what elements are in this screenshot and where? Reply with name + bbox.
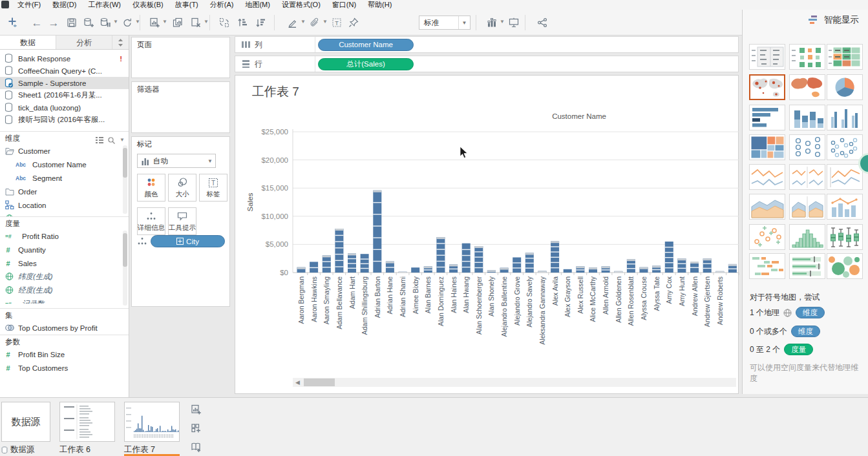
pill-city[interactable]: City: [151, 235, 225, 247]
bar[interactable]: [576, 266, 584, 273]
chevron-down-icon[interactable]: ▼: [207, 158, 213, 164]
bar[interactable]: [703, 258, 712, 273]
bar[interactable]: [551, 241, 559, 273]
bar[interactable]: [462, 244, 471, 273]
bar[interactable]: [614, 271, 622, 273]
bar[interactable]: [525, 253, 534, 273]
menu-item-0[interactable]: 文件(F): [12, 0, 47, 9]
bar[interactable]: [589, 267, 597, 273]
scrollbar[interactable]: [123, 231, 127, 306]
show-me-type-area-continuous[interactable]: [749, 194, 785, 220]
bar[interactable]: [323, 255, 331, 273]
data-source-item[interactable]: CoffeeChain Query+ (C...: [0, 65, 129, 77]
data-source-item[interactable]: 接听与回访 (2016年客服...: [0, 114, 129, 126]
show-me-type-treemap[interactable]: [749, 134, 785, 160]
tab-analytics[interactable]: 分析: [56, 36, 112, 49]
chevron-down-icon[interactable]: ▼: [204, 19, 209, 25]
show-me-type-symbol-map[interactable]: [749, 74, 785, 100]
chevron-down-icon[interactable]: ▼: [301, 19, 306, 25]
field-item[interactable]: #Sales: [0, 256, 129, 270]
bar[interactable]: [640, 267, 648, 273]
marks-button-tooltip[interactable]: 工具提示: [168, 207, 196, 235]
add-data-icon[interactable]: [80, 14, 97, 31]
data-source-item[interactable]: tick_data (luozong): [0, 101, 129, 114]
bar[interactable]: [690, 262, 699, 273]
menu-item-8[interactable]: 窗口(N): [326, 0, 362, 9]
marks-button-detail[interactable]: 详细信息: [137, 207, 165, 235]
presentation-mode-icon[interactable]: [505, 14, 522, 31]
menu-item-3[interactable]: 仪表板(B): [127, 0, 169, 9]
save-icon[interactable]: [63, 14, 80, 31]
show-me-type-side-by-side-bars[interactable]: [827, 105, 863, 130]
tableau-logo[interactable]: [4, 14, 21, 31]
bar[interactable]: [361, 254, 369, 273]
sheet-tab-worksheet-7[interactable]: [124, 402, 180, 442]
marks-button-label[interactable]: T标签: [199, 174, 228, 202]
show-me-type-circle-views[interactable]: [789, 134, 825, 160]
sheet-tab-label[interactable]: 数据源: [1, 444, 35, 455]
show-me-type-dual-combination[interactable]: [827, 194, 863, 220]
sort-ascending-icon[interactable]: [234, 14, 251, 31]
bar[interactable]: [715, 271, 724, 273]
show-me-type-scatter-plot[interactable]: [749, 224, 785, 250]
format-painter-icon[interactable]: [306, 14, 323, 31]
new-worksheet-icon[interactable]: [146, 14, 163, 31]
bar[interactable]: [652, 266, 661, 273]
bar[interactable]: [373, 191, 381, 273]
pane-sort-button[interactable]: [112, 36, 129, 49]
filters-card[interactable]: 筛选器: [131, 81, 230, 133]
columns-shelf[interactable]: 列 Customer Name: [235, 36, 739, 53]
field-item[interactable]: #Top Customers: [0, 361, 129, 375]
chevron-down-icon[interactable]: ▼: [113, 19, 118, 25]
menu-item-9[interactable]: 帮助(H): [362, 0, 397, 9]
sheet-tab-label[interactable]: 工作表 7: [124, 444, 155, 455]
show-mark-labels-icon[interactable]: [483, 14, 500, 31]
expand-plus-icon[interactable]: [176, 238, 184, 245]
menu-item-1[interactable]: 数据(D): [47, 0, 82, 9]
show-me-type-text-table[interactable]: [749, 44, 785, 70]
field-item[interactable]: AbcCustomer Name: [0, 158, 129, 171]
bar[interactable]: [436, 237, 445, 273]
bar[interactable]: [474, 246, 483, 273]
scrollbar-thumb[interactable]: [123, 148, 127, 178]
scrollbar-thumb[interactable]: [304, 378, 335, 386]
sort-descending-icon[interactable]: [252, 14, 269, 31]
show-me-type-lines-discrete[interactable]: [789, 164, 825, 190]
scroll-left-icon[interactable]: ◀: [293, 378, 302, 387]
pill-customer-name[interactable]: Customer Name: [318, 39, 414, 51]
refresh-icon[interactable]: [119, 14, 136, 31]
menu-item-2[interactable]: 工作表(W): [82, 0, 127, 9]
search-icon[interactable]: [108, 137, 115, 144]
marks-button-color[interactable]: 颜色: [137, 174, 165, 202]
new-story-button[interactable]: [186, 438, 206, 455]
field-item[interactable]: #Quantity: [0, 243, 129, 256]
bar[interactable]: [665, 242, 673, 273]
bar[interactable]: [297, 267, 306, 273]
bar[interactable]: [487, 270, 496, 273]
show-me-type-horizontal-bars[interactable]: [749, 105, 785, 130]
tab-data[interactable]: 数据: [0, 36, 56, 49]
scrollbar-thumb[interactable]: [123, 233, 127, 267]
bar[interactable]: [538, 271, 547, 273]
sheet-tab-label[interactable]: 工作表 6: [59, 444, 90, 455]
redo-icon[interactable]: →: [45, 14, 62, 31]
show-me-type-packed-bubbles[interactable]: [827, 253, 863, 279]
view-list-icon[interactable]: [96, 137, 103, 143]
field-item[interactable]: =#Profit Ratio: [0, 229, 129, 243]
field-item[interactable]: Customer: [0, 144, 129, 158]
show-me-type-histogram[interactable]: [789, 224, 825, 250]
fix-axes-icon[interactable]: [345, 14, 362, 31]
undo-icon[interactable]: ←: [28, 14, 45, 31]
chevron-down-icon[interactable]: ▼: [458, 16, 470, 29]
show-me-type-heat-map[interactable]: [789, 44, 825, 70]
bar[interactable]: [348, 253, 356, 273]
fit-dropdown[interactable]: 标准 ▼: [419, 16, 471, 30]
show-me-type-pie-chart[interactable]: [827, 74, 863, 100]
data-source-item[interactable]: Sheet1 (2016年1-6月某...: [0, 89, 129, 101]
marks-button-size[interactable]: 大小: [168, 174, 196, 202]
bar[interactable]: [411, 267, 419, 273]
menu-item-5[interactable]: 分析(A): [204, 0, 240, 9]
swap-axes-icon[interactable]: [216, 14, 233, 31]
bar[interactable]: [627, 259, 635, 273]
bar[interactable]: [728, 264, 737, 273]
